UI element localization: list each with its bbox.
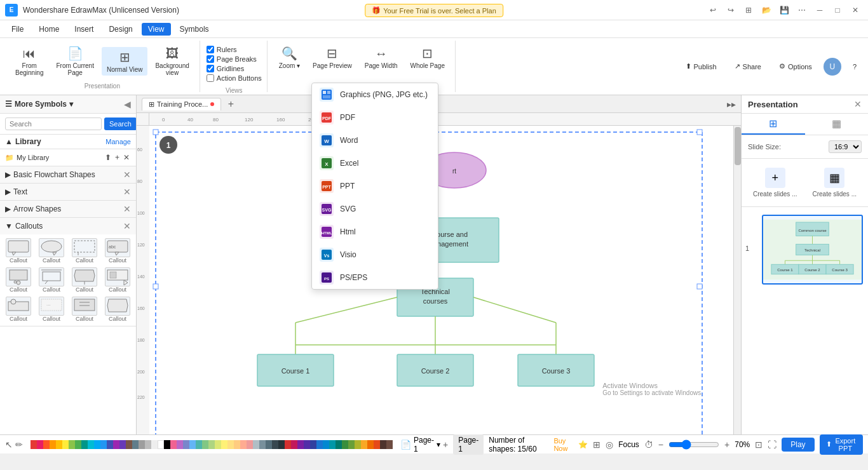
pointer-tool-btn[interactable]: ↖ — [5, 440, 13, 450]
list-item[interactable]: Callout — [36, 266, 67, 294]
color-swatch-teal[interactable] — [81, 440, 88, 449]
list-item[interactable]: Callout — [3, 266, 34, 294]
list-item[interactable]: Callout — [69, 266, 100, 294]
zoom-btn[interactable]: 🔍 Zoom ▾ — [274, 43, 305, 72]
color-swatch-24[interactable] — [310, 440, 316, 449]
color-swatch-indigo[interactable] — [107, 440, 113, 449]
color-swatch-18[interactable] — [272, 440, 278, 449]
color-swatch-purple[interactable] — [113, 440, 119, 449]
color-swatch-33[interactable] — [367, 440, 374, 449]
create-slides-auto-btn[interactable]: + Create slides ... — [750, 165, 799, 200]
page-breaks-check[interactable]: Page Breaks — [207, 55, 262, 63]
color-swatch-28[interactable] — [336, 440, 342, 449]
callouts-header[interactable]: ▼ Callouts ✕ — [0, 218, 136, 234]
color-swatch-2[interactable] — [170, 440, 177, 449]
color-swatch-10[interactable] — [221, 440, 227, 449]
whole-page-btn[interactable]: ⊡ Whole Page — [405, 43, 450, 72]
user-avatar[interactable]: U — [824, 58, 841, 76]
color-swatch-grey[interactable] — [139, 440, 145, 449]
color-swatch-20[interactable] — [285, 440, 291, 449]
arrow-shapes-header[interactable]: ▶ Arrow Shapes ✕ — [0, 201, 136, 217]
more-btn[interactable]: ⋯ — [794, 4, 810, 17]
maximize-btn[interactable]: □ — [830, 4, 845, 17]
export-pdf-item[interactable]: PDF PDF — [312, 106, 438, 129]
export-graphics-item[interactable]: Graphics (PNG, JPG etc.) — [312, 83, 438, 106]
list-item[interactable]: ··· Callout — [36, 295, 67, 323]
options-btn[interactable]: ⚙ Options — [773, 60, 818, 73]
new-btn[interactable]: ⊞ — [741, 4, 756, 17]
color-swatch-green[interactable] — [75, 440, 81, 449]
export-ppt-item[interactable]: PPT PPT — [312, 175, 438, 198]
page-icon-btn[interactable]: 📄 — [400, 440, 411, 450]
color-swatch-14[interactable] — [247, 440, 253, 449]
color-swatch-blue-grey[interactable] — [132, 440, 139, 449]
redo-btn[interactable]: ↪ — [723, 4, 738, 17]
callouts-close-btn[interactable]: ✕ — [123, 221, 131, 231]
training-tab[interactable]: ⊞ Training Proce... — [142, 98, 221, 111]
minimize-btn[interactable]: ─ — [812, 4, 827, 17]
play-btn[interactable]: Play — [782, 438, 814, 452]
add-tab-btn[interactable]: + — [224, 97, 238, 111]
color-swatch-pink[interactable] — [37, 440, 43, 449]
action-buttons-checkbox[interactable] — [207, 74, 214, 82]
color-swatch-32[interactable] — [361, 440, 367, 449]
color-swatch-27[interactable] — [329, 440, 336, 449]
color-swatch-white[interactable] — [158, 440, 164, 449]
export-svg-item[interactable]: SVG SVG — [312, 198, 438, 220]
list-item[interactable]: Callout — [36, 237, 67, 265]
menu-insert[interactable]: Insert — [68, 23, 100, 36]
arrow-shapes-close-btn[interactable]: ✕ — [123, 204, 131, 214]
search-input[interactable] — [5, 117, 102, 130]
color-swatch-light-blue[interactable] — [94, 440, 100, 449]
help-btn[interactable]: ? — [846, 60, 863, 73]
color-swatch-12[interactable] — [234, 440, 240, 449]
manage-link[interactable]: Manage — [105, 138, 131, 145]
color-swatch-blue[interactable] — [100, 440, 107, 449]
from-current-page-btn[interactable]: 📄 From CurrentPage — [51, 43, 98, 79]
color-swatch-4[interactable] — [183, 440, 189, 449]
page-width-btn[interactable]: ↔ Page Width — [360, 44, 403, 72]
zoom-in-btn[interactable]: + — [724, 440, 729, 450]
undo-btn[interactable]: ↩ — [705, 4, 721, 17]
list-item[interactable]: Callout — [3, 295, 34, 323]
color-swatch-cyan[interactable] — [88, 440, 94, 449]
list-item[interactable]: Callout — [69, 237, 100, 265]
rulers-check[interactable]: Rulers — [207, 46, 262, 53]
color-swatch-31[interactable] — [355, 440, 361, 449]
trial-banner[interactable]: 🎁 Your Free Trial is over. Select a Plan — [365, 4, 503, 17]
color-swatch-brown[interactable] — [126, 440, 132, 449]
export-excel-item[interactable]: X Excel — [312, 152, 438, 175]
export-word-item[interactable]: W Word — [312, 129, 438, 152]
focus-btn[interactable]: ◎ — [606, 440, 613, 450]
timer-btn[interactable]: ⏱ — [644, 440, 653, 450]
list-item[interactable]: Callout — [69, 295, 100, 323]
color-swatch-30[interactable] — [348, 440, 355, 449]
color-swatch-21[interactable] — [291, 440, 297, 449]
background-view-btn[interactable]: 🖼 Backgroundview — [150, 44, 194, 79]
open-btn[interactable]: 📂 — [759, 4, 774, 17]
slide-preview[interactable]: Common course Technical Course 1 Course … — [762, 215, 863, 285]
gridlines-check[interactable]: Gridlines — [207, 65, 262, 72]
color-swatch-35[interactable] — [380, 440, 386, 449]
color-swatch-deep-purple[interactable] — [119, 440, 126, 449]
export-visio-item[interactable]: Vs Visio — [312, 243, 438, 266]
text-close-btn[interactable]: ✕ — [123, 187, 131, 197]
publish-btn[interactable]: ⬆ Publish — [679, 60, 723, 73]
color-swatch-9[interactable] — [215, 440, 221, 449]
color-swatch-black[interactable] — [164, 440, 170, 449]
fit-page-btn[interactable]: ⊡ — [755, 440, 763, 450]
menu-view[interactable]: View — [142, 23, 171, 36]
basic-flowchart-header[interactable]: ▶ Basic Flowchart Shapes ✕ — [0, 166, 136, 183]
color-swatch-23[interactable] — [304, 440, 310, 449]
add-page-btn[interactable]: + — [443, 440, 448, 450]
color-swatch-6[interactable] — [196, 440, 202, 449]
create-slides-manual-btn[interactable]: ▦ Create slides ... — [810, 165, 859, 200]
themes-tab[interactable]: ▦ — [805, 114, 869, 135]
color-swatch-light-green[interactable] — [69, 440, 75, 449]
my-lib-export-btn[interactable]: ⬆ — [104, 152, 112, 163]
color-swatch-5[interactable] — [189, 440, 196, 449]
export-pseps-item[interactable]: PS PS/EPS — [312, 266, 438, 289]
save-btn[interactable]: 💾 — [776, 4, 792, 17]
color-swatch-22[interactable] — [297, 440, 304, 449]
my-lib-close-btn[interactable]: ✕ — [122, 152, 131, 163]
